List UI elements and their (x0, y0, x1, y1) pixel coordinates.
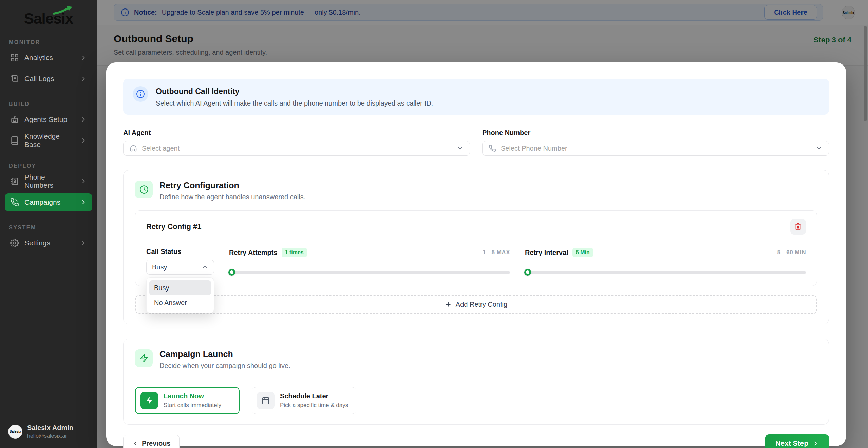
campaign-launch-head: Campaign Launch Decide when your campaig… (135, 349, 817, 370)
launch-now-option[interactable]: Launch Now Start calls immediately (135, 387, 240, 414)
sidebar-item-phone-numbers[interactable]: Phone Numbers (5, 172, 92, 190)
call-status-value: Busy (152, 263, 167, 271)
add-retry-config-label: Add Retry Config (456, 301, 507, 309)
sidebar-user[interactable]: Salesix Salesix Admin hello@salesix.ai (0, 415, 97, 448)
phone-number-select[interactable]: Select Phone Number (482, 141, 829, 156)
retry-attempts-badge: 1 times (282, 248, 307, 257)
retry-interval-label: Retry Interval (525, 249, 568, 257)
ai-agent-field: AI Agent Select agent (123, 129, 470, 156)
chevron-right-icon (80, 137, 87, 144)
chevron-right-icon (80, 75, 87, 82)
chevron-down-icon (457, 145, 464, 152)
chevron-down-icon (816, 145, 823, 152)
schedule-later-desc: Pick a specific time & days (280, 402, 348, 409)
call-status-dropdown: Busy No Answer (146, 277, 214, 313)
campaign-launch-section: Campaign Launch Decide when your campaig… (123, 339, 829, 425)
sidebar-section-system: SYSTEM (0, 225, 97, 231)
retry-attempts-slider[interactable] (229, 269, 510, 276)
plus-icon (445, 301, 452, 308)
retry-config-title: Retry Config #1 (146, 222, 202, 231)
divider (146, 241, 806, 241)
next-step-button[interactable]: Next Step (765, 434, 829, 448)
retry-controls: Call Status Busy Busy No Answer Retry At… (146, 248, 806, 276)
launch-now-desc: Start calls immediately (164, 402, 221, 409)
slider-track (229, 271, 510, 274)
retry-desc: Define how the agent handles unanswered … (159, 193, 305, 201)
schedule-later-title: Schedule Later (280, 392, 348, 400)
call-logs-scroll-icon (10, 74, 19, 83)
sidebar-item-agents-setup[interactable]: Agents Setup (5, 111, 92, 128)
sidebar-section-build: BUILD (0, 101, 97, 107)
sidebar: Salesix MONITOR Analytics Call Logs BUIL… (0, 0, 97, 448)
identity-title: Outbound Call Identity (156, 86, 433, 96)
book-icon (10, 136, 19, 145)
gear-icon (10, 239, 19, 247)
user-email: hello@salesix.ai (27, 433, 73, 439)
launch-options: Launch Now Start calls immediately Sched… (135, 387, 817, 414)
phone-call-icon (10, 198, 19, 207)
calendar-icon (257, 392, 275, 409)
sidebar-item-campaigns[interactable]: Campaigns (5, 193, 92, 211)
brand-logo[interactable]: Salesix (0, 0, 97, 29)
chevron-right-icon (80, 54, 87, 61)
contact-book-icon (10, 177, 19, 186)
call-status-select[interactable]: Busy (146, 260, 214, 275)
retry-attempts-range: 1 - 5 MAX (483, 249, 510, 256)
launch-now-title: Launch Now (164, 392, 221, 400)
outbound-call-identity-info: Outbound Call Identity Select which AI A… (123, 79, 829, 115)
trash-icon (794, 223, 802, 230)
slider-thumb[interactable] (524, 269, 531, 276)
outbound-setup-modal: Outbound Call Identity Select which AI A… (106, 62, 846, 446)
schedule-later-option[interactable]: Schedule Later Pick a specific time & da… (252, 387, 356, 414)
previous-button[interactable]: Previous (123, 435, 180, 448)
sidebar-section-deploy: DEPLOY (0, 163, 97, 169)
divider (135, 378, 817, 378)
headphones-icon (130, 145, 137, 152)
phone-icon (489, 145, 496, 152)
phone-number-field: Phone Number Select Phone Number (482, 129, 829, 156)
sidebar-item-knowledge-base[interactable]: Knowledge Base (5, 132, 92, 149)
sidebar-item-label: Analytics (24, 54, 53, 62)
sidebar-item-analytics[interactable]: Analytics (5, 49, 92, 67)
user-name: Salesix Admin (27, 424, 73, 432)
sidebar-item-label: Phone Numbers (24, 173, 75, 189)
analytics-grid-icon (10, 53, 19, 62)
chevron-left-icon (132, 440, 138, 446)
ai-agent-placeholder: Select agent (142, 145, 180, 152)
lightning-icon (135, 349, 153, 367)
slider-track (525, 271, 806, 274)
clock-icon (135, 181, 153, 198)
sidebar-item-label: Knowledge Base (24, 132, 75, 149)
sidebar-item-settings[interactable]: Settings (5, 234, 92, 252)
chevron-right-icon (812, 440, 819, 447)
retry-interval-range: 5 - 60 MIN (777, 249, 806, 256)
call-status-label: Call Status (146, 248, 214, 256)
sidebar-section-monitor: MONITOR (0, 39, 97, 45)
dropdown-option-no-answer[interactable]: No Answer (149, 295, 211, 310)
lightning-icon (140, 392, 158, 409)
chevron-right-icon (80, 199, 87, 206)
chevron-right-icon (80, 240, 87, 246)
ai-agent-select[interactable]: Select agent (123, 141, 470, 156)
call-status-field: Call Status Busy Busy No Answer (146, 248, 214, 275)
phone-number-placeholder: Select Phone Number (501, 145, 567, 152)
logo-arrow-icon (53, 6, 72, 15)
chevron-right-icon (80, 116, 87, 123)
sidebar-item-call-logs[interactable]: Call Logs (5, 70, 92, 88)
retry-title: Retry Configuration (159, 181, 305, 190)
dropdown-option-busy[interactable]: Busy (149, 280, 211, 295)
retry-config-card: Retry Config #1 Call Status Busy (135, 210, 817, 286)
slider-thumb[interactable] (228, 269, 235, 276)
retry-interval-slider[interactable] (525, 269, 806, 276)
user-avatar: Salesix (8, 425, 22, 439)
campaign-launch-title: Campaign Launch (159, 349, 290, 359)
delete-retry-config-button[interactable] (790, 219, 806, 235)
add-retry-config-button[interactable]: Add Retry Config (135, 295, 817, 314)
info-icon (133, 86, 148, 102)
retry-configuration-section: Retry Configuration Define how the agent… (123, 170, 829, 324)
retry-attempts-group: Retry Attempts 1 times 1 - 5 MAX (229, 248, 510, 276)
retry-interval-group: Retry Interval 5 Min 5 - 60 MIN (525, 248, 806, 276)
sidebar-item-label: Settings (24, 239, 50, 247)
retry-interval-badge: 5 Min (572, 248, 593, 257)
sidebar-item-label: Campaigns (24, 198, 60, 206)
